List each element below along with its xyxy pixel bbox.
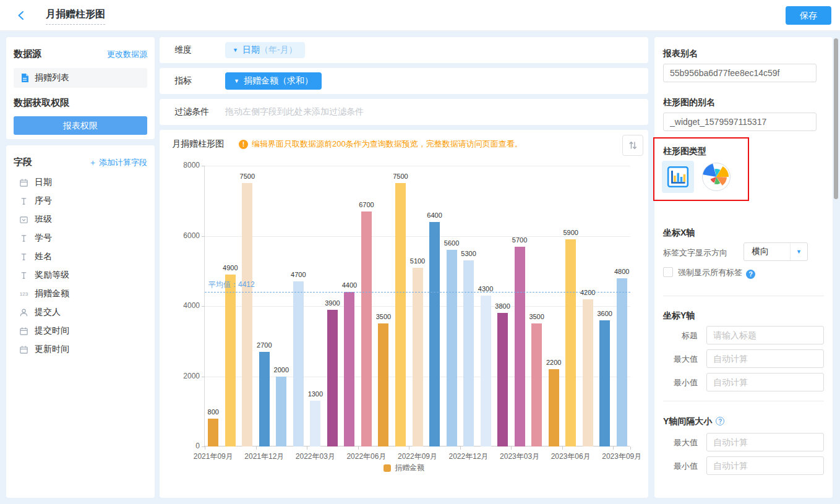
y-tick <box>202 236 205 237</box>
add-calc-field-link[interactable]: ＋ 添加计算字段 <box>88 157 147 168</box>
field-item[interactable]: 提交时间 <box>14 322 147 340</box>
page-title[interactable]: 月捐赠柱形图 <box>46 8 105 25</box>
bar-value-label: 7500 <box>240 173 255 180</box>
pie-chart-type-button[interactable] <box>701 162 731 192</box>
metric-tag[interactable]: ▼ 捐赠金额（求和） <box>225 72 322 90</box>
field-label: 序号 <box>35 195 52 207</box>
change-datasource-link[interactable]: 更改数据源 <box>107 49 147 60</box>
fields-card: 字段 ＋ 添加计算字段 日期序号班级学号姓名奖励等级123捐赠金额提交人提交时间… <box>6 145 155 498</box>
field-label: 姓名 <box>35 251 52 262</box>
bar[interactable] <box>565 239 576 446</box>
y-interval-min-input[interactable] <box>706 456 824 475</box>
bar[interactable] <box>497 313 508 446</box>
bar[interactable] <box>395 183 406 446</box>
field-label: 日期 <box>35 177 52 188</box>
dimension-row: 维度 ▼ 日期 （年-月） <box>160 37 648 63</box>
top-bar: 月捐赠柱形图 保存 <box>0 0 840 31</box>
bar[interactable] <box>208 419 218 446</box>
bar[interactable] <box>583 299 593 446</box>
bar-value-label: 4400 <box>342 281 357 289</box>
report-alias-input[interactable] <box>663 64 816 82</box>
y-tick <box>202 306 205 307</box>
field-item[interactable]: 日期 <box>14 173 147 192</box>
average-line <box>205 292 630 293</box>
x-tick <box>205 446 205 450</box>
chevron-down-icon: ▼ <box>234 78 239 84</box>
bar-value-label: 800 <box>208 408 219 416</box>
bar[interactable] <box>447 250 457 446</box>
y-interval-max-input[interactable] <box>706 433 824 451</box>
field-item[interactable]: 班级 <box>14 210 147 229</box>
field-item[interactable]: 序号 <box>14 192 147 210</box>
widget-alias-input[interactable] <box>663 113 816 131</box>
yaxis-max-input[interactable] <box>706 349 824 368</box>
force-labels-checkbox[interactable] <box>663 267 673 277</box>
bar-value-label: 4900 <box>223 264 238 271</box>
bar-value-label: 6700 <box>359 201 374 208</box>
filter-row[interactable]: 过滤条件 拖动左侧字段到此处来添加过滤条件 <box>160 99 648 125</box>
field-item[interactable]: 奖励等级 <box>14 266 147 284</box>
bar[interactable] <box>327 310 338 446</box>
x-axis-label: 2022年06月 <box>346 451 386 462</box>
datasource-item[interactable]: 捐赠列表 <box>14 68 147 88</box>
yaxis-caption-input[interactable] <box>706 326 824 344</box>
yaxis-min-label: 最小值 <box>663 377 698 388</box>
scrollbar-thumb[interactable] <box>834 38 838 199</box>
label-direction-label: 标签文字显示方向 <box>663 248 727 257</box>
field-label: 班级 <box>35 214 52 225</box>
bar-value-label: 2700 <box>257 341 272 349</box>
bar-value-label: 5900 <box>563 229 578 236</box>
back-icon[interactable] <box>16 10 27 21</box>
bar-value-label: 7500 <box>393 173 408 180</box>
report-permission-button[interactable]: 报表权限 <box>14 116 147 135</box>
bar[interactable] <box>361 211 372 446</box>
field-item[interactable]: 123捐赠金额 <box>14 284 147 303</box>
x-axis-label: 2023年03月 <box>500 451 539 462</box>
bar[interactable] <box>344 292 354 446</box>
field-item[interactable]: 提交人 <box>14 303 147 322</box>
filter-label: 过滤条件 <box>160 106 225 117</box>
bar[interactable] <box>463 260 474 446</box>
x-axis-label: 2022年03月 <box>296 451 335 462</box>
date-icon <box>19 326 29 336</box>
permission-title: 数据获取权限 <box>14 97 147 109</box>
date-icon <box>19 177 29 187</box>
bar-value-label: 2000 <box>274 366 289 374</box>
bar[interactable] <box>259 352 270 446</box>
bar[interactable] <box>429 222 440 446</box>
bar[interactable] <box>481 296 491 446</box>
help-icon[interactable]: ? <box>716 417 724 425</box>
field-label: 学号 <box>35 233 52 244</box>
bar[interactable] <box>293 281 304 446</box>
sort-button[interactable] <box>622 135 643 156</box>
x-tick <box>256 446 257 450</box>
field-item[interactable]: 学号 <box>14 229 147 247</box>
bar[interactable] <box>617 278 627 446</box>
bar[interactable] <box>413 268 423 446</box>
bar[interactable] <box>599 320 610 446</box>
bar[interactable] <box>531 323 542 446</box>
y-axis-label: 6000 <box>166 231 200 240</box>
bar[interactable] <box>310 401 320 446</box>
bar[interactable] <box>549 369 559 446</box>
field-item[interactable]: 姓名 <box>14 247 147 266</box>
label-direction-select[interactable]: 横向 ▼ <box>744 242 808 261</box>
yaxis-min-input[interactable] <box>706 373 824 391</box>
save-button[interactable]: 保存 <box>786 6 831 25</box>
label-direction-row: 标签文字显示方向 横向 ▼ <box>663 247 824 258</box>
bar-chart-plot: 020004000600080008002021年09月490075002700… <box>204 166 630 446</box>
bar[interactable] <box>276 377 286 447</box>
bar-chart-type-button[interactable] <box>662 161 694 193</box>
bar[interactable] <box>225 275 236 446</box>
field-item[interactable]: 更新时间 <box>14 340 147 359</box>
bar[interactable] <box>242 183 252 446</box>
bar-value-label: 5600 <box>444 239 459 247</box>
field-label: 更新时间 <box>35 344 69 355</box>
help-icon[interactable]: ? <box>746 270 755 279</box>
settings-panel: 报表别名 柱形图的别名 柱形图类型 坐标X轴 标签文字显示方向 横向 ▼ <box>654 37 833 498</box>
bar[interactable] <box>378 323 388 446</box>
bar[interactable] <box>515 247 525 446</box>
chart-legend[interactable]: 捐赠金额 <box>160 463 648 474</box>
dimension-tag[interactable]: ▼ 日期 （年-月） <box>225 42 305 58</box>
warning-icon: ! <box>239 140 248 149</box>
